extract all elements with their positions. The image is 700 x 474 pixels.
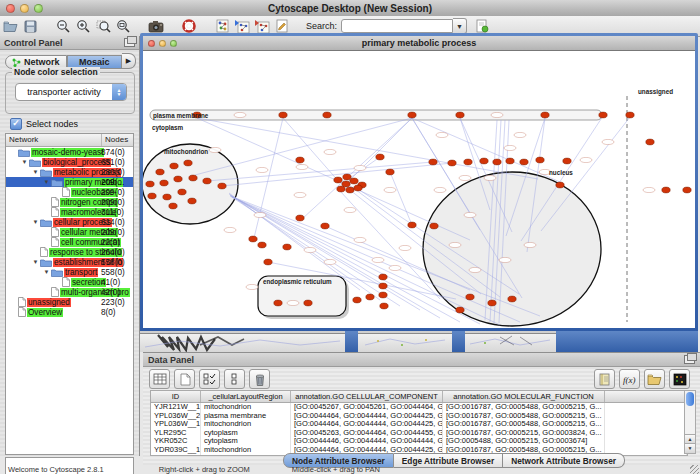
network-node[interactable]: [379, 292, 387, 298]
table-column-header[interactable]: annotation.GO CELLULAR_COMPONENT: [291, 391, 443, 402]
tree-row[interactable]: ▼biological_process651(0): [6, 157, 133, 167]
table-cell[interactable]: [GO:0044464, GO:0044444, GO:0044425, G..…: [291, 412, 443, 421]
network-node[interactable]: [386, 169, 394, 175]
network-node[interactable]: [160, 180, 168, 186]
table-cell[interactable]: [GO:0016787, GO:0005215, GO:0003824, G..…: [443, 429, 605, 438]
table-column-header[interactable]: ID: [151, 391, 201, 402]
table-cell[interactable]: [GO:0045263, GO:0044464, GO:0044455, G..…: [291, 429, 443, 438]
network-node[interactable]: [346, 187, 354, 193]
table-cell[interactable]: [GO:0045267, GO:0045261, GO:0044464, G..…: [291, 403, 443, 412]
network-node[interactable]: [148, 193, 156, 199]
function-builder-icon[interactable]: f(x): [619, 369, 640, 389]
new-attribute-icon[interactable]: [174, 369, 195, 389]
network-view-titlebar[interactable]: primary metabolic process: [143, 36, 695, 51]
network-node[interactable]: [353, 297, 361, 303]
network-node[interactable]: [488, 300, 496, 306]
network-node[interactable]: [683, 187, 691, 193]
network-node[interactable]: [323, 112, 331, 118]
import-attributes-icon[interactable]: [644, 369, 665, 389]
network-node[interactable]: [493, 159, 501, 165]
network-node[interactable]: [464, 159, 472, 165]
tree-row[interactable]: ▼primary metabo209(...: [6, 177, 133, 187]
table-cell[interactable]: [GO:0016787, GO:0005488, GO:0005215, G..…: [443, 420, 605, 429]
network-node[interactable]: [376, 154, 384, 160]
network-node[interactable]: [662, 187, 670, 193]
network-node[interactable]: [304, 300, 312, 306]
search-config-icon[interactable]: [473, 18, 491, 35]
table-row[interactable]: YJR121W__1mitochondrion[GO:0045267, GO:0…: [151, 403, 687, 412]
table-cell[interactable]: cytoplasm: [201, 429, 291, 438]
network-node[interactable]: [408, 112, 416, 118]
tree-row[interactable]: unassigned223(0): [6, 297, 133, 307]
table-cell[interactable]: [GO:0044464, GO:0044444, GO:0044425, G..…: [291, 420, 443, 429]
network-node[interactable]: [563, 158, 571, 164]
more-tabs-icon[interactable]: ▶: [122, 53, 136, 69]
table-cell[interactable]: YPL036W__2: [151, 412, 201, 421]
tree-row[interactable]: secretion41(0): [6, 277, 133, 287]
tree-row[interactable]: nitrogen compo209(0): [6, 197, 133, 207]
tree-row[interactable]: ▼transport558(0): [6, 267, 133, 277]
tree-disclosure-icon[interactable]: ▼: [42, 269, 51, 275]
table-row[interactable]: YPL036W__1mitochondrion[GO:0044464, GO:0…: [151, 420, 687, 429]
network-node[interactable]: [556, 182, 564, 188]
plugin-network-icon-2[interactable]: [233, 18, 251, 35]
node-color-dropdown[interactable]: transporter activity ▲▼: [15, 83, 127, 101]
network-node[interactable]: [279, 112, 287, 118]
search-input[interactable]: [341, 19, 453, 33]
network-node[interactable]: [599, 112, 607, 118]
network-node[interactable]: [203, 178, 211, 184]
table-row[interactable]: YPL036W__2plasma membrane[GO:0044464, GO…: [151, 412, 687, 421]
network-node[interactable]: [350, 178, 358, 184]
network-node[interactable]: [626, 112, 634, 118]
snapshot-icon[interactable]: [147, 18, 165, 35]
network-node[interactable]: [258, 242, 266, 248]
matrix-icon[interactable]: [669, 369, 690, 389]
tree-disclosure-icon[interactable]: ▼: [31, 259, 40, 265]
network-node[interactable]: [178, 189, 186, 195]
table-column-header[interactable]: annotation.GO MOLECULAR_FUNCTION: [443, 391, 605, 402]
table-cell[interactable]: YKR052C: [151, 437, 201, 446]
delete-attribute-icon[interactable]: [249, 369, 270, 389]
annotation-icon[interactable]: [273, 18, 291, 35]
network-node[interactable]: [169, 203, 177, 209]
float-panel-icon[interactable]: [124, 38, 135, 47]
table-cell[interactable]: YJR121W__1: [151, 403, 201, 412]
network-node[interactable]: [343, 174, 351, 180]
network-node[interactable]: [218, 183, 226, 189]
network-node[interactable]: [334, 177, 342, 183]
table-cell[interactable]: mitochondrion: [201, 403, 291, 412]
network-canvas[interactable]: plasma membranecytoplasmmitochondrionnuc…: [143, 51, 695, 328]
tree-row[interactable]: macromolecule311(0): [6, 207, 133, 217]
network-node[interactable]: [249, 236, 257, 242]
network-node[interactable]: [170, 163, 178, 169]
scrollbar-thumb[interactable]: [686, 392, 694, 406]
zoom-in-icon[interactable]: [74, 18, 92, 35]
tree-row[interactable]: multi-organism pro42(0): [6, 287, 133, 297]
resize-grip[interactable]: [690, 465, 699, 474]
table-cell[interactable]: cytoplasm: [201, 437, 291, 446]
unselect-attributes-icon[interactable]: [224, 369, 245, 389]
table-cell[interactable]: mitochondrion: [201, 446, 291, 455]
attribute-editor-icon[interactable]: [594, 369, 615, 389]
scroll-down-icon[interactable]: ▼: [685, 443, 695, 453]
table-cell[interactable]: [605, 412, 687, 421]
table-cell[interactable]: [GO:0044446, GO:0044444, GO:0044444, G..…: [291, 437, 443, 446]
tree-disclosure-icon[interactable]: ▼: [31, 219, 40, 225]
table-column-header[interactable]: [605, 391, 687, 402]
network-node[interactable]: [429, 159, 437, 165]
tree-row[interactable]: mosaic-demo-yeast874(0): [6, 147, 133, 157]
save-session-icon[interactable]: [21, 18, 39, 35]
table-row[interactable]: YLR295Ccytoplasm[GO:0045263, GO:0044464,…: [151, 429, 687, 438]
table-cell[interactable]: [GO:0016787, GO:0005488, GO:0005215, G..…: [443, 412, 605, 421]
tree-row[interactable]: Overview8(0): [6, 307, 133, 317]
network-node[interactable]: [380, 303, 388, 309]
network-node[interactable]: [466, 294, 474, 300]
network-node[interactable]: [508, 296, 516, 302]
network-node[interactable]: [506, 158, 514, 164]
network-node[interactable]: [296, 215, 304, 221]
network-node[interactable]: [520, 159, 528, 165]
table-cell[interactable]: [605, 429, 687, 438]
table-cell[interactable]: [605, 437, 687, 446]
tree-row[interactable]: ▼cellular process614(0): [6, 217, 133, 227]
network-node[interactable]: [342, 181, 350, 187]
